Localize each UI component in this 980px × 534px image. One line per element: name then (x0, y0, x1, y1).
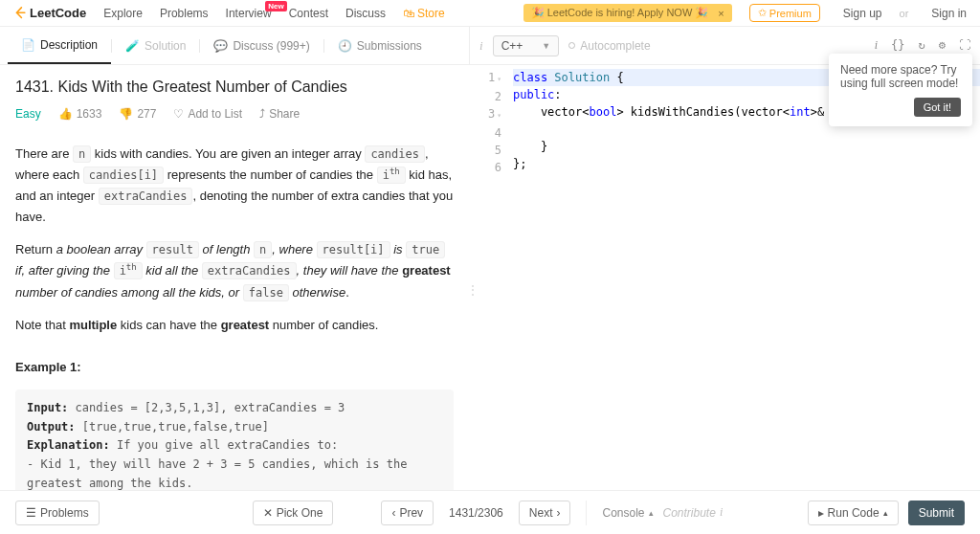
prev-button[interactable]: ‹Prev (381, 501, 434, 525)
main-split: 1431. Kids With the Greatest Number of C… (0, 65, 980, 515)
prev-label: Prev (399, 506, 423, 520)
add-to-list-label: Add to List (188, 107, 242, 121)
thumbs-down-icon: 👎 (119, 107, 133, 121)
fullscreen-tooltip: Need more space? Try using full screen m… (829, 54, 972, 126)
chevron-left-icon: ‹ (391, 506, 395, 520)
tab-submissions[interactable]: 🕘Submissions (324, 27, 435, 64)
next-label: Next (529, 506, 553, 520)
dislike-button[interactable]: 👎277 (119, 107, 156, 121)
like-button[interactable]: 👍1633 (58, 107, 102, 121)
close-icon[interactable]: × (712, 8, 724, 19)
difficulty-badge: Easy (15, 107, 41, 121)
or-text: or (900, 8, 909, 19)
tab-discuss[interactable]: 💬Discuss (999+) (200, 27, 323, 64)
submit-button[interactable]: Submit (908, 501, 965, 525)
hiring-text: 🎉 LeetCode is hiring! Apply NOW 🎉 (531, 7, 709, 19)
nav-store[interactable]: 🛍Store (403, 7, 445, 20)
problems-button[interactable]: ☰Problems (15, 501, 100, 525)
language-select[interactable]: C++▼ (493, 35, 560, 56)
contribute-label: Contribute (663, 506, 716, 520)
nav-interview[interactable]: InterviewNew (226, 7, 272, 20)
reset-icon[interactable]: ↻ (919, 38, 925, 53)
premium-button[interactable]: ✩Premium (749, 4, 820, 22)
premium-label: Premium (769, 8, 812, 19)
language-label: C++ (501, 39, 523, 53)
signup-link[interactable]: Sign up (843, 7, 882, 20)
clock-icon: 🕘 (338, 39, 352, 53)
tooltip-text: Need more space? Try using full screen m… (840, 63, 961, 90)
tab-solution-label: Solution (145, 39, 186, 53)
info-icon-3: i (720, 505, 723, 520)
chevron-up-icon-2: ▴ (883, 508, 888, 518)
problem-meta: Easy 👍1633 👎277 ♡Add to List ⤴Share (15, 107, 454, 121)
nav-store-label: Store (417, 7, 445, 20)
problem-tabs: 📄Description 🧪Solution 💬Discuss (999+) 🕘… (0, 27, 469, 64)
problems-label: Problems (40, 506, 89, 520)
radio-icon (568, 42, 575, 49)
add-to-list-button[interactable]: ♡Add to List (173, 107, 242, 121)
dislike-count: 277 (137, 107, 156, 121)
console-toggle[interactable]: Console▴ (602, 506, 653, 520)
chevron-right-icon: › (556, 506, 560, 520)
info-icon[interactable]: i (479, 38, 483, 54)
contribute-link[interactable]: Contributei (663, 505, 724, 520)
description-pane: 1431. Kids With the Greatest Number of C… (0, 65, 469, 515)
leetcode-icon (13, 6, 28, 20)
autocomplete-toggle[interactable]: Autocomplete (568, 39, 650, 53)
share-button[interactable]: ⤴Share (259, 107, 300, 121)
brackets-icon[interactable]: {} (891, 38, 904, 53)
pick-one-button[interactable]: ✕Pick One (253, 501, 334, 525)
like-count: 1633 (77, 107, 102, 121)
pane-divider[interactable] (469, 65, 477, 515)
editor-actions: i {} ↻ ⚙ ⛶ (875, 38, 970, 53)
description-icon: 📄 (21, 38, 35, 52)
list-icon: ☰ (26, 506, 36, 520)
next-button[interactable]: Next› (519, 501, 571, 525)
console-label: Console (602, 506, 644, 520)
problem-title: 1431. Kids With the Greatest Number of C… (15, 78, 454, 96)
nav-discuss[interactable]: Discuss (345, 7, 386, 20)
star-icon: ✩ (758, 7, 767, 19)
tab-description-label: Description (40, 38, 98, 52)
share-label: Share (269, 107, 300, 121)
bottom-bar: ☰Problems ✕Pick One ‹Prev 1431/2306 Next… (0, 490, 980, 534)
logo[interactable]: LeetCode (13, 6, 86, 20)
autocomplete-label: Autocomplete (580, 39, 650, 53)
tab-submissions-label: Submissions (357, 39, 422, 53)
share-icon: ⤴ (259, 107, 265, 121)
brand-text: LeetCode (30, 6, 86, 20)
chat-icon: 💬 (213, 39, 228, 53)
run-code-button[interactable]: ▸Run Code▴ (808, 501, 899, 525)
code-editor[interactable]: 1▾ 2 3▾ 4 5 6 class Solution {public: ve… (477, 65, 980, 515)
flask-icon: 🧪 (125, 39, 140, 53)
info-icon-2[interactable]: i (875, 38, 878, 53)
new-badge: New (265, 1, 286, 11)
chevron-up-icon: ▴ (649, 508, 654, 518)
signin-link[interactable]: Sign in (931, 7, 967, 20)
heart-icon: ♡ (173, 107, 184, 121)
tab-description[interactable]: 📄Description (8, 27, 111, 64)
page-indicator: 1431/2306 (443, 506, 509, 520)
example-heading: Example 1: (15, 357, 454, 378)
top-nav: LeetCode Explore Problems InterviewNew C… (0, 0, 980, 27)
fullscreen-icon[interactable]: ⛶ (959, 38, 970, 53)
pick-one-label: Pick One (277, 506, 323, 520)
hiring-banner[interactable]: 🎉 LeetCode is hiring! Apply NOW 🎉× (523, 4, 732, 22)
nav-explore[interactable]: Explore (103, 7, 143, 20)
nav-contest[interactable]: Contest (289, 7, 328, 20)
store-icon: 🛍 (403, 7, 414, 20)
nav-problems[interactable]: Problems (160, 7, 209, 20)
settings-icon[interactable]: ⚙ (939, 38, 946, 53)
run-code-label: Run Code (828, 506, 880, 520)
tab-solution[interactable]: 🧪Solution (112, 27, 199, 64)
tab-discuss-label: Discuss (999+) (233, 39, 309, 53)
chevron-down-icon: ▼ (542, 41, 550, 51)
line-gutter: 1▾ 2 3▾ 4 5 6 (477, 65, 507, 515)
problem-description: There are n kids with candies. You are g… (15, 144, 454, 515)
play-icon: ▸ (818, 506, 824, 520)
code-text[interactable]: class Solution {public: vector<bool> kid… (507, 65, 980, 515)
gotit-button[interactable]: Got it! (914, 98, 961, 117)
thumbs-up-icon: 👍 (58, 107, 73, 121)
shuffle-icon: ✕ (263, 506, 273, 520)
